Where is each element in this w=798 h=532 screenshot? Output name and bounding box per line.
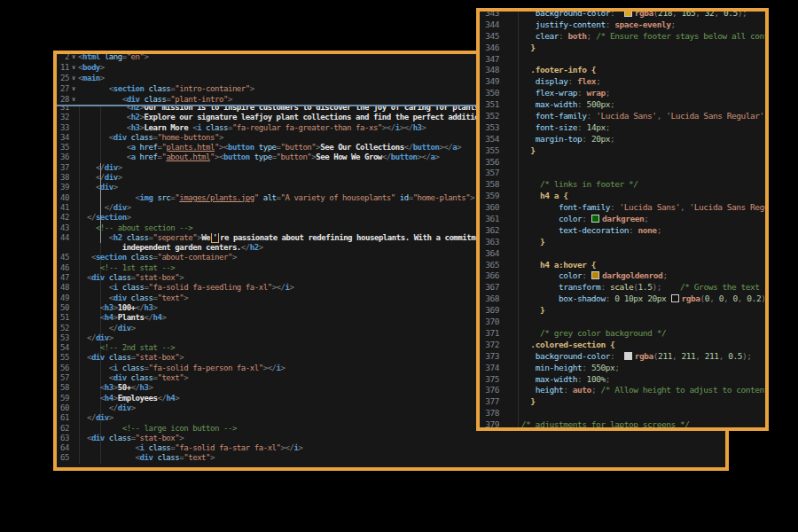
line-number[interactable]: 352 [480,111,499,122]
code-line-343[interactable]: 343 background-color: rgba(218, 165, 32,… [480,8,765,20]
line-number[interactable]: 361 [480,214,499,225]
line-number[interactable]: 356 [480,157,499,168]
code-line-353[interactable]: 353 font-size: 14px; [480,122,765,134]
code-line-379[interactable]: 379 /* adjustments for laptop screens */ [480,419,765,431]
line-number[interactable]: 343 [480,8,499,20]
line-number[interactable]: 354 [480,134,499,145]
line-number[interactable]: 350 [480,88,499,99]
line-number[interactable]: 351 [480,99,499,111]
line-number[interactable]: 367 [480,282,499,293]
code-line-365[interactable]: 365 h4 a:hover { [480,260,765,271]
line-number[interactable]: 64 [57,443,69,453]
line-number[interactable]: 348 [480,65,499,76]
line-number[interactable]: 51 [57,313,69,323]
fold-chevron-icon[interactable]: ∨ [69,62,78,73]
code-line-344[interactable]: 344 justify-content: space-evenly; [480,20,765,31]
code-line-364[interactable]: 364 [480,248,765,260]
line-number[interactable]: 43 [57,223,69,233]
code-line-375[interactable]: 375 max-width: 100%; [480,374,765,386]
color-swatch[interactable] [591,215,599,223]
code-line-354[interactable]: 354 margin-top: 20px; [480,134,765,145]
line-number[interactable]: 2 [57,51,69,62]
line-number[interactable]: 345 [480,31,499,43]
line-number[interactable]: 48 [57,283,69,293]
line-number[interactable]: 58 [57,383,69,393]
line-number[interactable]: 363 [480,237,499,248]
line-number[interactable]: 65 [57,453,69,463]
line-number[interactable]: 59 [57,394,69,403]
line-number[interactable]: 47 [57,273,69,283]
line-number[interactable]: 37 [57,163,69,173]
line-number[interactable]: 357 [480,168,499,179]
line-number[interactable]: 41 [57,203,69,213]
fold-chevron-icon[interactable]: ∨ [69,83,78,94]
line-number[interactable]: 54 [57,343,69,353]
line-number[interactable]: 364 [480,248,499,260]
line-number[interactable]: 11 [57,62,69,73]
line-number[interactable]: 35 [57,143,69,153]
line-number[interactable]: 344 [480,20,499,31]
line-number[interactable]: 40 [57,193,69,203]
code-line-368[interactable]: 368 box-shadow: 0 10px 20px rgba(0, 0, 0… [480,293,765,305]
code-line-356[interactable]: 356 [480,157,765,168]
line-number[interactable]: 362 [480,225,499,237]
color-swatch[interactable] [671,294,679,302]
line-number[interactable]: 360 [480,202,499,214]
line-number[interactable]: 379 [480,419,499,431]
line-number[interactable]: 376 [480,385,499,396]
line-number[interactable]: 365 [480,260,499,271]
code-line-352[interactable]: 352 font-family: 'Lucida Sans', 'Lucida … [480,111,765,122]
line-number[interactable]: 60 [57,403,69,413]
line-number[interactable]: 353 [480,122,499,134]
line-number[interactable]: 57 [57,373,69,383]
code-line-347[interactable]: 347 [480,54,765,66]
code-line-370[interactable]: 370 [480,317,765,328]
code-line-376[interactable]: 376 height: auto; /* Allow height to adj… [480,385,765,396]
line-number[interactable]: 62 [57,424,69,434]
line-number[interactable]: 55 [57,353,69,363]
line-number[interactable]: 378 [480,408,499,419]
code-line-363[interactable]: 363 } [480,237,765,248]
code-line-346[interactable]: 346 } [480,43,765,54]
line-number[interactable]: 39 [57,183,69,192]
line-number[interactable]: 45 [57,253,69,262]
code-line-64[interactable]: 64 <i class="fa-solid fa-star fa-xl"></i… [57,443,725,453]
line-number[interactable]: 374 [480,363,499,374]
line-number[interactable]: 44 [57,233,69,243]
line-number[interactable]: 27 [57,83,69,94]
line-number[interactable]: 368 [480,293,499,305]
line-number[interactable]: 346 [480,43,499,54]
line-number[interactable]: 373 [480,351,499,363]
code-line-378[interactable]: 378 [480,408,765,419]
line-number[interactable]: 38 [57,173,69,183]
code-line-374[interactable]: 374 min-height: 550px; [480,363,765,374]
color-swatch[interactable] [624,352,632,360]
line-number[interactable]: 355 [480,145,499,157]
line-number[interactable]: 25 [57,73,69,83]
code-line-345[interactable]: 345 clear: both; /* Ensure footer stays … [480,31,765,43]
fold-chevron-icon[interactable]: ∨ [69,51,78,62]
line-number[interactable] [57,243,69,253]
code-line-360[interactable]: 360 font-family: 'Lucida Sans', 'Lucida … [480,202,765,214]
line-number[interactable]: 33 [57,123,69,133]
line-number[interactable]: 36 [57,153,69,162]
line-number[interactable]: 349 [480,76,499,88]
fold-chevron-icon[interactable]: ∨ [69,94,78,105]
code-line-366[interactable]: 366 color: darkgoldenrod; [480,270,765,282]
line-number[interactable]: 366 [480,270,499,282]
line-number[interactable]: 28 [57,94,69,105]
code-line-362[interactable]: 362 text-decoration: none; [480,225,765,237]
code-line-350[interactable]: 350 flex-wrap: wrap; [480,88,765,99]
line-number[interactable]: 61 [57,413,69,423]
code-line-355[interactable]: 355 } [480,145,765,157]
code-line-372[interactable]: 372 .colored-section { [480,340,765,351]
line-number[interactable]: 371 [480,328,499,340]
line-number[interactable]: 375 [480,374,499,386]
line-number[interactable]: 370 [480,317,499,328]
color-swatch[interactable] [624,9,632,17]
code-line-359[interactable]: 359 h4 a { [480,191,765,202]
line-number[interactable]: 359 [480,191,499,202]
code-line-377[interactable]: 377 } [480,396,765,408]
line-number[interactable]: 34 [57,133,69,143]
code-line-349[interactable]: 349 display: flex; [480,76,765,88]
